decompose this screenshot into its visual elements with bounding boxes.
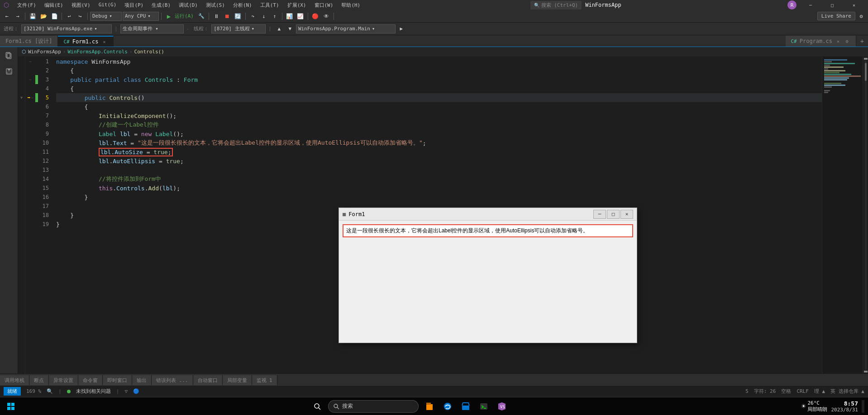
bottom-tab-locals[interactable]: 局部变量 [223,375,252,385]
minimize-button[interactable]: ─ [800,0,821,10]
taskbar-edge[interactable] [440,399,455,414]
tab-program-cs-close[interactable]: ✕ [835,38,841,44]
bottom-tab-watch[interactable]: 监视 1 [252,375,277,385]
taskbar-store[interactable] [458,399,473,414]
toolbar-save[interactable]: 💾 [28,11,38,21]
svg-rect-7 [7,407,10,410]
code-line-11: lbl.AutoSize = true; [56,147,822,156]
svg-rect-4 [7,72,11,74]
taskbar-vs[interactable]: VS [495,399,509,414]
tab-form1-cs-close[interactable]: ✕ [101,38,108,45]
event-dropdown[interactable]: 生命周期事件 ▾ [120,24,184,33]
menu-view[interactable]: 视图(V) [68,1,94,9]
debug-config-dropdown[interactable]: Debug ▾ [90,12,122,21]
toolbar-step-out[interactable]: ↑ [270,11,280,21]
frame-dropdown[interactable]: WinFormsApp.Program.Main ▾ [296,24,396,33]
filter-icon[interactable]: ▽ [124,388,128,394]
sidebar-save[interactable] [2,64,16,79]
menu-analyze[interactable]: 分析(N) [229,1,256,9]
mm-1 [824,59,847,61]
process-dropdown[interactable]: [32120] WinFormsApp.exe ▾ [21,24,112,33]
ln-4: 4 [38,84,49,93]
toolbar-forward[interactable]: → [13,11,23,21]
bottom-tab-command[interactable]: 命令窗 [78,375,103,385]
bottom-tab-immediate[interactable]: 即时窗口 [103,375,132,385]
menu-help[interactable]: 帮助(H) [338,1,364,9]
menu-window[interactable]: 窗口(W) [311,1,337,9]
live-share-btn[interactable]: Live Share [817,12,855,20]
menu-debug[interactable]: 调试(D) [175,1,201,9]
filter-icon2[interactable]: 🔵 [133,388,139,394]
form1-title-left: ■ Form1 [343,211,365,217]
tab-program-cs[interactable]: C# Program.cs ✕ ⚙ [786,36,857,47]
toolbar-perf[interactable]: 📊 [285,11,295,21]
indic-2 [25,66,35,75]
toolbar-attach[interactable]: 🔧 [196,11,206,21]
scroll-up[interactable] [864,58,868,60]
run-button[interactable]: ▶ [164,11,174,21]
bottom-tab-callstack[interactable]: 调用堆栈 [0,375,29,385]
form1-maximize[interactable]: □ [607,210,620,219]
svg-rect-5 [7,403,10,406]
toolbar-undo[interactable]: ↩ [64,11,74,21]
taskbar-file[interactable] [422,399,437,414]
toolbar-debug-menu[interactable]: ⏸ [211,11,221,21]
toolbar-settings[interactable]: ⚙ [856,11,866,21]
gutter-5[interactable]: ▼ [18,93,25,102]
taskbar-search-bar[interactable]: 搜索 [328,400,419,413]
menu-extensions[interactable]: 扩展(X) [284,1,310,9]
menu-test[interactable]: 测试(S) [202,1,229,9]
start-button[interactable] [4,399,18,414]
tab-form1-cs[interactable]: C# Form1.cs ✕ [58,36,113,47]
ln-11: 11 [38,147,49,156]
form1-close[interactable]: ✕ [620,210,633,219]
bottom-tab-exception[interactable]: 异常设置 [49,375,78,385]
svg-line-12 [337,407,339,409]
menu-tools[interactable]: 工具(T) [257,1,283,9]
close-button[interactable]: ✕ [844,0,864,10]
user-avatar[interactable]: R [787,0,796,9]
toolbar-diag[interactable]: 📈 [296,11,305,21]
bottom-tab-breakpoints[interactable]: 断点 [29,375,49,385]
toolbar2-more[interactable]: ▶ [396,24,406,34]
tab-program-cs-icon: C# [791,38,797,44]
thread-dropdown[interactable]: [8720] 主线程 ▾ [211,24,266,33]
toolbar-redo[interactable]: ↪ [75,11,85,21]
tab-program-cs-settings[interactable]: ⚙ [844,38,850,44]
ln-5: 5 [38,93,49,102]
toolbar-step-over[interactable]: ↷ [248,11,258,21]
tab-add-button[interactable]: + [856,36,868,47]
toolbar2-down[interactable]: ▼ [285,24,295,34]
bottom-tab-errors[interactable]: 错误列表 ... [152,375,193,385]
tab-form1-design[interactable]: Form1.cs [设计] [0,36,58,47]
gutter: ▼ [18,57,25,373]
menu-git[interactable]: Git(G) [95,1,120,9]
right-scrollbar[interactable] [863,57,868,373]
bottom-tab-output[interactable]: 输出 [132,375,152,385]
sidebar-explorer[interactable] [2,49,16,63]
sep5 [209,13,209,20]
toolbar-new[interactable]: 📄 [49,11,59,21]
toolbar-stop[interactable]: ⏹ [222,11,232,21]
mm-8 [824,72,839,73]
taskbar-search[interactable] [310,399,324,414]
scroll-down[interactable] [864,371,868,373]
menu-project[interactable]: 项目(P) [121,1,147,9]
toolbar-restart[interactable]: 🔄 [233,11,243,21]
taskbar-terminal[interactable] [477,399,491,414]
scroll-thumb[interactable] [865,63,867,81]
form1-minimize[interactable]: ─ [593,210,606,219]
bottom-tab-auto[interactable]: 自动窗口 [193,375,223,385]
maximize-button[interactable]: □ [822,0,843,10]
toolbar-step-into[interactable]: ↓ [259,11,269,21]
toolbar-watch[interactable]: 👁 [321,11,331,21]
toolbar-back[interactable]: ← [2,11,12,21]
toolbar-bp[interactable]: 🔴 [310,11,320,21]
toolbar2-up[interactable]: ▲ [274,24,284,34]
toolbar-open[interactable]: 📂 [38,11,48,21]
menu-file[interactable]: 文件(F) [14,1,40,9]
menu-edit[interactable]: 编辑(E) [41,1,67,9]
taskbar-show-desktop[interactable] [862,400,864,413]
menu-build[interactable]: 生成(B) [148,1,174,9]
cpu-config-dropdown[interactable]: Any CPU ▾ [123,12,159,21]
